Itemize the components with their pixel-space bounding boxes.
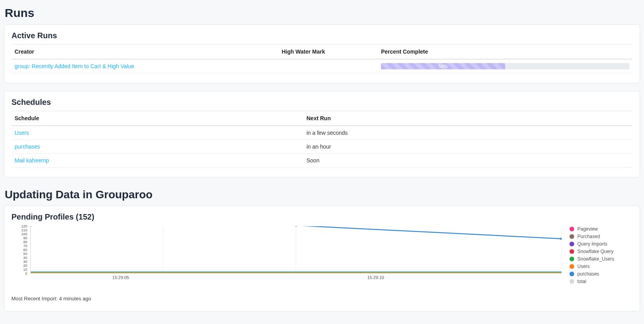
progress-bar: 50% <box>381 63 629 69</box>
y-tick: 70 <box>23 244 27 248</box>
schedule-nextrun: in a few seconds <box>303 126 633 140</box>
legend-item[interactable]: Query Imports <box>569 241 633 247</box>
legend-item[interactable]: Pageview <box>569 226 633 232</box>
legend-label: Query Imports <box>577 241 607 247</box>
run-creator-link[interactable]: group: Recently Added Item to Cart & Hig… <box>15 63 134 69</box>
progress-fill: 50% <box>381 63 505 69</box>
plot-box <box>30 226 562 274</box>
legend-item[interactable]: Snowflake Query <box>569 249 633 254</box>
y-tick: 50 <box>23 252 27 256</box>
active-runs-title: Active Runs <box>11 31 633 40</box>
legend-swatch-icon <box>569 234 574 239</box>
legend-swatch-icon <box>569 242 574 246</box>
schedule-link[interactable]: Mail kaheemp <box>15 157 49 164</box>
legend-label: Snowflake Query <box>577 249 613 254</box>
legend-item[interactable]: Users <box>569 264 633 269</box>
updating-heading: Updating Data in Grouparoo <box>5 188 640 201</box>
y-tick: 110 <box>21 228 27 232</box>
legend-item[interactable]: purchases <box>569 271 633 277</box>
legend-swatch-icon <box>569 279 574 284</box>
series-point <box>295 226 298 227</box>
schedules-title: Schedules <box>11 98 633 107</box>
legend-label: purchases <box>577 271 599 277</box>
legend-label: Users <box>577 264 590 269</box>
legend-swatch-icon <box>569 249 574 254</box>
run-pct-cell: 50% <box>378 59 633 73</box>
col-creator: Creator <box>11 45 278 60</box>
y-tick: 30 <box>23 260 27 264</box>
y-tick: 40 <box>23 256 27 260</box>
legend-label: total <box>577 279 586 284</box>
y-tick: 80 <box>23 240 27 244</box>
x-tick: 15:29:05 <box>112 275 129 280</box>
recent-import-note: Most Recent Import: 4 minutes ago <box>11 296 633 302</box>
legend-item[interactable]: Purchased <box>569 234 633 239</box>
legend-label: Purchased <box>577 234 600 239</box>
col-pct: Percent Complete <box>378 45 633 60</box>
col-schedule: Schedule <box>11 111 303 126</box>
col-nextrun: Next Run <box>303 111 633 126</box>
table-row: group: Recently Added Item to Cart & Hig… <box>11 59 633 73</box>
y-tick: 100 <box>21 232 27 236</box>
legend-swatch-icon <box>569 264 574 269</box>
series-point <box>31 226 32 227</box>
runs-heading: Runs <box>5 6 640 20</box>
x-tick: 15:29:10 <box>367 275 384 280</box>
legend-swatch-icon <box>569 257 574 261</box>
schedule-nextrun: Soon <box>303 154 633 168</box>
y-tick: 60 <box>23 248 27 252</box>
schedules-card: Schedules Schedule Next Run Usersin a fe… <box>4 91 640 177</box>
active-runs-card: Active Runs Creator High Water Mark Perc… <box>4 24 640 83</box>
run-hwm-cell <box>278 59 378 73</box>
series-point <box>560 238 562 240</box>
legend-label: Snowflake_Users <box>577 256 614 262</box>
col-hwm: High Water Mark <box>278 45 378 60</box>
table-row: purchasesin an hour <box>11 140 633 154</box>
schedules-table: Schedule Next Run Usersin a few secondsp… <box>11 111 633 168</box>
legend-label: Pageview <box>577 226 598 232</box>
pending-title: Pending Profiles (152) <box>11 212 633 222</box>
baseline-orange <box>31 272 562 273</box>
table-row: Mail kaheempSoon <box>11 154 633 168</box>
y-tick: 20 <box>23 264 27 268</box>
legend-item[interactable]: Snowflake_Users <box>569 256 633 262</box>
pending-profiles-card: Pending Profiles (152) 01020304050607080… <box>4 206 640 311</box>
schedule-link[interactable]: Users <box>15 130 29 136</box>
chart-plot: 0102030405060708090100110120 15:29:0515:… <box>11 226 562 281</box>
y-tick: 90 <box>23 236 27 240</box>
table-row: Usersin a few seconds <box>11 126 633 140</box>
series-line-purchases <box>31 226 562 239</box>
legend-swatch-icon <box>569 227 574 231</box>
y-tick: 0 <box>25 272 27 276</box>
legend-swatch-icon <box>569 272 574 276</box>
schedule-nextrun: in an hour <box>303 140 633 154</box>
y-tick: 120 <box>21 224 27 228</box>
chart-legend: PageviewPurchasedQuery ImportsSnowflake … <box>569 226 633 286</box>
y-tick: 10 <box>23 268 27 272</box>
legend-item[interactable]: total <box>569 279 633 284</box>
schedule-link[interactable]: purchases <box>15 143 40 150</box>
active-runs-table: Creator High Water Mark Percent Complete… <box>11 44 633 73</box>
